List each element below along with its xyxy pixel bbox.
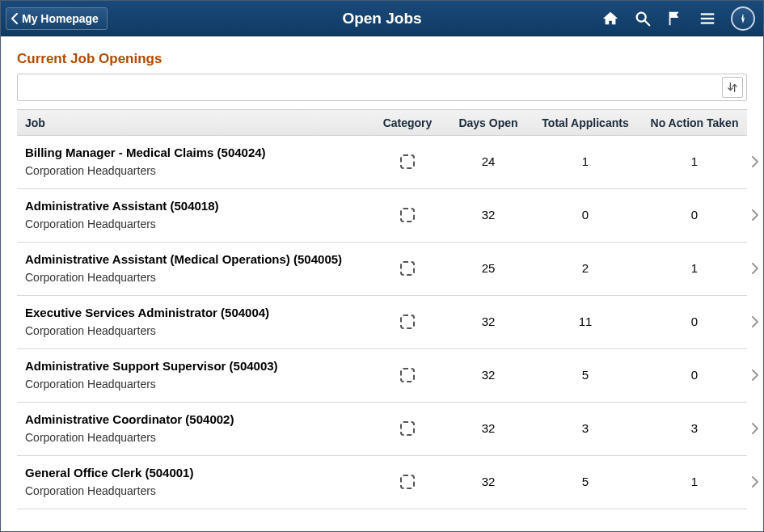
- menu-icon[interactable]: [699, 10, 716, 27]
- chevron-left-icon: [11, 13, 19, 24]
- table-row[interactable]: Administrative Coordinator (504002) Corp…: [17, 403, 747, 456]
- no-action-cell: 0: [638, 208, 751, 222]
- job-location: Corporation Headquarters: [25, 324, 371, 337]
- days-open-cell: 32: [444, 421, 533, 435]
- category-cell: [371, 315, 444, 329]
- job-cell: Administrative Support Supervisor (50400…: [23, 359, 371, 391]
- category-placeholder-icon: [400, 315, 415, 329]
- table-row[interactable]: Billing Manager - Medical Claims (504024…: [17, 136, 747, 189]
- page-body: Current Job Openings Job Category Days O…: [1, 36, 763, 531]
- table-row[interactable]: Administrative Assistant (504018) Corpor…: [17, 189, 747, 243]
- job-cell: Billing Manager - Medical Claims (504024…: [23, 146, 371, 177]
- grid-toolbar: [17, 74, 747, 101]
- row-chevron-cell: [751, 476, 762, 488]
- category-placeholder-icon: [400, 154, 415, 169]
- no-action-cell: 0: [638, 368, 751, 382]
- job-title: Administrative Coordinator (504002): [25, 412, 371, 426]
- category-cell: [371, 208, 444, 222]
- days-open-cell: 32: [444, 315, 533, 328]
- table-row[interactable]: Administrative Assistant (Medical Operat…: [17, 243, 747, 296]
- job-title: Administrative Support Supervisor (50400…: [25, 359, 371, 373]
- navbar-actions: [601, 6, 758, 31]
- row-chevron-cell: [751, 369, 762, 381]
- compass-icon[interactable]: [731, 6, 755, 31]
- job-cell: Administrative Assistant (504018) Corpor…: [23, 199, 371, 230]
- applicants-cell: 5: [533, 475, 638, 488]
- applicants-cell: 5: [533, 368, 638, 382]
- no-action-cell: 1: [638, 154, 751, 168]
- row-chevron-cell: [751, 209, 762, 221]
- days-open-cell: 25: [444, 261, 533, 275]
- row-chevron-cell: [751, 423, 762, 434]
- row-chevron-cell: [751, 316, 762, 327]
- search-icon[interactable]: [634, 10, 652, 27]
- job-location: Corporation Headquarters: [25, 431, 371, 444]
- job-title: General Office Clerk (504001): [25, 466, 371, 479]
- days-open-cell: 24: [444, 154, 533, 168]
- col-header-job[interactable]: Job: [23, 116, 371, 129]
- col-header-applicants[interactable]: Total Applicants: [533, 116, 638, 129]
- applicants-cell: 11: [533, 315, 638, 328]
- applicants-cell: 1: [533, 154, 638, 168]
- days-open-cell: 32: [444, 208, 533, 222]
- job-location: Corporation Headquarters: [25, 484, 371, 497]
- home-icon[interactable]: [601, 10, 619, 27]
- job-location: Corporation Headquarters: [25, 164, 371, 177]
- col-header-no-action[interactable]: No Action Taken: [638, 116, 751, 129]
- job-cell: Administrative Coordinator (504002) Corp…: [23, 412, 371, 444]
- table-row[interactable]: Administrative Support Supervisor (50400…: [17, 349, 747, 403]
- no-action-cell: 1: [638, 261, 751, 275]
- sort-button[interactable]: [722, 77, 743, 98]
- back-button-label: My Homepage: [22, 12, 99, 25]
- job-title: Executive Services Administrator (504004…: [25, 306, 371, 319]
- category-cell: [371, 368, 444, 382]
- job-cell: General Office Clerk (504001) Corporatio…: [23, 466, 371, 497]
- job-title: Administrative Assistant (504018): [25, 199, 371, 213]
- chevron-right-icon: [751, 316, 758, 327]
- chevron-right-icon: [751, 209, 758, 221]
- section-heading: Current Job Openings: [17, 51, 747, 67]
- sort-icon: [727, 82, 738, 93]
- back-button[interactable]: My Homepage: [6, 7, 108, 30]
- svg-marker-7: [743, 14, 745, 19]
- applicants-cell: 0: [533, 208, 638, 222]
- category-placeholder-icon: [400, 261, 415, 276]
- table-row[interactable]: General Office Clerk (504001) Corporatio…: [17, 456, 747, 509]
- category-placeholder-icon: [400, 421, 415, 436]
- job-cell: Administrative Assistant (Medical Operat…: [23, 252, 371, 284]
- category-placeholder-icon: [400, 368, 415, 382]
- row-chevron-cell: [751, 263, 762, 274]
- table-row[interactable]: Executive Services Administrator (504004…: [17, 296, 747, 349]
- applicants-cell: 2: [533, 261, 638, 275]
- chevron-right-icon: [751, 476, 758, 488]
- row-chevron-cell: [751, 156, 762, 167]
- days-open-cell: 32: [444, 475, 533, 488]
- job-location: Corporation Headquarters: [25, 271, 371, 284]
- job-title: Administrative Assistant (Medical Operat…: [25, 252, 371, 266]
- svg-line-1: [645, 20, 650, 25]
- jobs-grid: Job Category Days Open Total Applicants …: [17, 109, 747, 509]
- col-header-days-open[interactable]: Days Open: [444, 116, 533, 129]
- chevron-right-icon: [751, 156, 758, 167]
- job-location: Corporation Headquarters: [25, 217, 371, 230]
- category-placeholder-icon: [400, 208, 415, 222]
- job-location: Corporation Headquarters: [25, 378, 371, 391]
- no-action-cell: 3: [638, 421, 751, 435]
- days-open-cell: 32: [444, 368, 533, 382]
- category-cell: [371, 475, 444, 489]
- category-cell: [371, 421, 444, 436]
- grid-body: Billing Manager - Medical Claims (504024…: [17, 136, 747, 509]
- top-navbar: My Homepage Open Jobs: [1, 1, 763, 36]
- col-header-category[interactable]: Category: [371, 116, 444, 129]
- flag-icon[interactable]: [666, 10, 684, 27]
- app-window: My Homepage Open Jobs Current Job Openin…: [0, 0, 764, 532]
- no-action-cell: 1: [638, 475, 751, 488]
- applicants-cell: 3: [533, 421, 638, 435]
- no-action-cell: 0: [638, 315, 751, 328]
- chevron-right-icon: [751, 369, 758, 381]
- job-title: Billing Manager - Medical Claims (504024…: [25, 146, 371, 159]
- job-cell: Executive Services Administrator (504004…: [23, 306, 371, 337]
- category-placeholder-icon: [400, 475, 415, 489]
- chevron-right-icon: [751, 423, 758, 434]
- category-cell: [371, 154, 444, 169]
